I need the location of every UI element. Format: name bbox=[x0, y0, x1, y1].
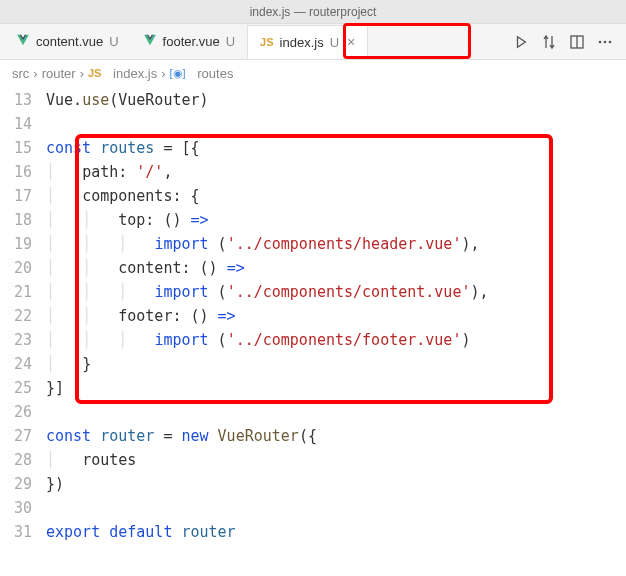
code-content[interactable]: │ } bbox=[46, 352, 91, 376]
code-line[interactable]: 29}) bbox=[0, 472, 626, 496]
code-content[interactable]: }) bbox=[46, 472, 64, 496]
line-number: 15 bbox=[0, 136, 46, 160]
code-content[interactable]: export default router bbox=[46, 520, 236, 544]
line-number: 23 bbox=[0, 328, 46, 352]
code-line[interactable]: 28│ routes bbox=[0, 448, 626, 472]
breadcrumb[interactable]: src › router › JS index.js › [◉] routes bbox=[0, 60, 626, 86]
svg-point-2 bbox=[599, 40, 602, 43]
vue-icon bbox=[16, 33, 30, 50]
line-number: 13 bbox=[0, 88, 46, 112]
line-number: 22 bbox=[0, 304, 46, 328]
tab-label: content.vue bbox=[36, 34, 103, 49]
vue-icon bbox=[143, 33, 157, 50]
line-number: 28 bbox=[0, 448, 46, 472]
code-line[interactable]: 23│ │ │ import ('../components/footer.vu… bbox=[0, 328, 626, 352]
code-line[interactable]: 17│ components: { bbox=[0, 184, 626, 208]
code-content[interactable]: const routes = [{ bbox=[46, 136, 200, 160]
line-number: 25 bbox=[0, 376, 46, 400]
tab-label: footer.vue bbox=[163, 34, 220, 49]
line-number: 24 bbox=[0, 352, 46, 376]
tab-footer-vue[interactable]: footer.vue U bbox=[131, 25, 248, 59]
code-line[interactable]: 18│ │ top: () => bbox=[0, 208, 626, 232]
line-number: 14 bbox=[0, 112, 46, 136]
tab-status: U bbox=[226, 34, 235, 49]
code-content[interactable]: │ │ content: () => bbox=[46, 256, 245, 280]
line-number: 30 bbox=[0, 496, 46, 520]
code-line[interactable]: 30 bbox=[0, 496, 626, 520]
line-number: 26 bbox=[0, 400, 46, 424]
close-icon[interactable]: × bbox=[347, 34, 355, 50]
code-line[interactable]: 26 bbox=[0, 400, 626, 424]
tab-index-js[interactable]: JS index.js U × bbox=[247, 25, 368, 59]
code-line[interactable]: 21│ │ │ import ('../components/content.v… bbox=[0, 280, 626, 304]
breadcrumb-sep: › bbox=[80, 66, 84, 81]
code-line[interactable]: 15const routes = [{ bbox=[0, 136, 626, 160]
code-line[interactable]: 20│ │ content: () => bbox=[0, 256, 626, 280]
code-content[interactable]: │ │ top: () => bbox=[46, 208, 209, 232]
tab-bar: content.vue U footer.vue U JS index.js U… bbox=[0, 24, 626, 60]
code-editor[interactable]: 13Vue.use(VueRouter)1415const routes = [… bbox=[0, 86, 626, 544]
code-content[interactable]: │ components: { bbox=[46, 184, 200, 208]
svg-point-4 bbox=[609, 40, 612, 43]
svg-point-3 bbox=[604, 40, 607, 43]
split-icon[interactable] bbox=[568, 33, 586, 51]
window-titlebar: index.js — routerproject bbox=[0, 0, 626, 24]
line-number: 29 bbox=[0, 472, 46, 496]
breadcrumb-part[interactable]: src bbox=[12, 66, 29, 81]
symbol-icon: [◉] bbox=[170, 67, 186, 80]
line-number: 31 bbox=[0, 520, 46, 544]
code-content[interactable]: │ │ │ import ('../components/header.vue'… bbox=[46, 232, 480, 256]
run-icon[interactable] bbox=[512, 33, 530, 51]
breadcrumb-part[interactable]: JS index.js bbox=[88, 66, 157, 81]
code-line[interactable]: 22│ │ footer: () => bbox=[0, 304, 626, 328]
tab-status: U bbox=[109, 34, 118, 49]
code-content[interactable]: Vue.use(VueRouter) bbox=[46, 88, 209, 112]
line-number: 18 bbox=[0, 208, 46, 232]
js-icon: JS bbox=[260, 36, 273, 48]
code-line[interactable]: 16│ path: '/', bbox=[0, 160, 626, 184]
more-icon[interactable] bbox=[596, 33, 614, 51]
line-number: 17 bbox=[0, 184, 46, 208]
tab-content-vue[interactable]: content.vue U bbox=[4, 25, 131, 59]
tab-label: index.js bbox=[280, 35, 324, 50]
code-content[interactable]: │ │ footer: () => bbox=[46, 304, 236, 328]
code-line[interactable]: 19│ │ │ import ('../components/header.vu… bbox=[0, 232, 626, 256]
breadcrumb-sep: › bbox=[161, 66, 165, 81]
compare-icon[interactable] bbox=[540, 33, 558, 51]
code-content[interactable]: │ routes bbox=[46, 448, 136, 472]
code-line[interactable]: 25}] bbox=[0, 376, 626, 400]
code-line[interactable]: 24│ } bbox=[0, 352, 626, 376]
breadcrumb-part[interactable]: router bbox=[42, 66, 76, 81]
code-content[interactable]: │ path: '/', bbox=[46, 160, 172, 184]
code-content[interactable]: }] bbox=[46, 376, 64, 400]
breadcrumb-part[interactable]: [◉] routes bbox=[170, 66, 234, 81]
code-content[interactable]: │ │ │ import ('../components/content.vue… bbox=[46, 280, 489, 304]
code-content[interactable]: const router = new VueRouter({ bbox=[46, 424, 317, 448]
line-number: 19 bbox=[0, 232, 46, 256]
code-content[interactable]: │ │ │ import ('../components/footer.vue'… bbox=[46, 328, 470, 352]
code-line[interactable]: 14 bbox=[0, 112, 626, 136]
line-number: 21 bbox=[0, 280, 46, 304]
tab-status: U bbox=[330, 35, 339, 50]
line-number: 27 bbox=[0, 424, 46, 448]
line-number: 16 bbox=[0, 160, 46, 184]
js-icon: JS bbox=[88, 67, 101, 79]
breadcrumb-sep: › bbox=[33, 66, 37, 81]
code-line[interactable]: 31export default router bbox=[0, 520, 626, 544]
code-line[interactable]: 13Vue.use(VueRouter) bbox=[0, 88, 626, 112]
code-line[interactable]: 27const router = new VueRouter({ bbox=[0, 424, 626, 448]
editor-actions bbox=[512, 33, 622, 51]
line-number: 20 bbox=[0, 256, 46, 280]
